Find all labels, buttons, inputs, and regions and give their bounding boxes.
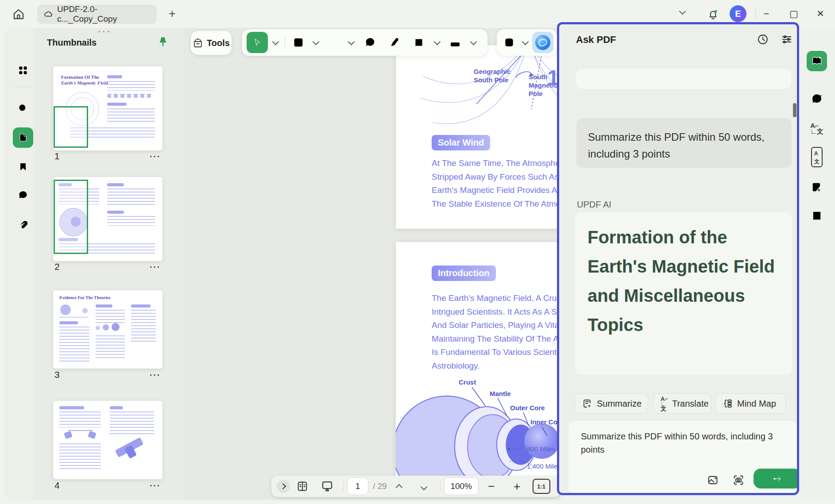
screenshot-button[interactable] (731, 472, 746, 488)
translate-chip[interactable]: A⌐∟文 Translate (653, 393, 711, 414)
rail-dictionary-button[interactable] (807, 206, 827, 226)
maximize-button[interactable]: ▢ (786, 6, 801, 21)
minimize-button[interactable]: − (759, 6, 774, 21)
page-layout-button[interactable] (290, 476, 315, 497)
highlighter-tool[interactable] (383, 32, 406, 53)
chat-input-field[interactable]: Summarize this PDF within 50 words, incl… (580, 429, 777, 462)
paperclip-icon (17, 219, 29, 231)
translate-icon: A⌐∟文 (661, 396, 668, 411)
thumbnail-page-4[interactable] (53, 401, 162, 479)
save-ai-toolbar (497, 29, 557, 56)
thumbnail-page-1[interactable]: Formation Of The Earth's Magnetic Field (53, 66, 162, 150)
bottom-toolbar: / 29 100% − + 1:1 (271, 476, 561, 497)
label-mantle: Mantle (490, 390, 511, 397)
previous-page-button[interactable] (387, 476, 412, 497)
cursor-icon (252, 37, 263, 48)
notifications-button[interactable] (705, 6, 721, 22)
send-button[interactable] (754, 469, 799, 489)
shape-tool-chevron[interactable] (431, 32, 443, 53)
translate-curve-icon: A⌐∟文 (810, 123, 823, 134)
annotation-toolbar (242, 29, 487, 56)
introduction-badge: Introduction (432, 265, 496, 281)
search-icon (17, 103, 29, 114)
heading-icon (292, 36, 305, 49)
viewport-rect-page1[interactable] (54, 106, 88, 148)
sidebar-item-apps[interactable] (13, 60, 33, 81)
chat-input-box[interactable]: Summarize this PDF within 50 words, incl… (568, 421, 797, 495)
thumb2-menu-button[interactable]: ··· (150, 262, 161, 272)
measure-tool-chevron[interactable] (468, 32, 479, 53)
new-tab-button[interactable]: + (165, 6, 180, 21)
thumb4-menu-button[interactable]: ··· (150, 481, 161, 491)
zoom-level-box[interactable]: 100% (444, 477, 479, 495)
bookmark-icon (18, 162, 28, 172)
comment-icon (17, 189, 29, 201)
home-button[interactable] (10, 5, 27, 23)
mind-map-chip[interactable]: Mind Map (715, 393, 786, 414)
rail-ai-chat-button[interactable] (807, 89, 827, 109)
thumb3-number: 3 (54, 369, 60, 380)
ai-response-card: Formation of the Earth's Magnetic Field … (575, 212, 792, 375)
thumb3-menu-button[interactable]: ··· (150, 370, 161, 380)
save-button[interactable] (500, 32, 518, 53)
page-icon (18, 132, 28, 143)
save-chevron[interactable] (520, 32, 530, 53)
save-icon (503, 37, 515, 48)
actual-size-button[interactable]: 1:1 (533, 479, 550, 494)
rail-ask-pdf-button[interactable] (807, 51, 827, 71)
shape-tool[interactable] (408, 32, 429, 53)
sidebar-item-search[interactable] (13, 98, 33, 119)
zoom-in-button[interactable]: + (504, 476, 530, 497)
sidebar-item-bookmarks[interactable] (13, 157, 33, 177)
document-tab[interactable]: UPDF-2.0-c..._Copy_Copy (37, 4, 157, 24)
tab-title: UPDF-2.0-c..._Copy_Copy (57, 4, 151, 24)
measure-tool[interactable] (445, 32, 466, 53)
window-menu-chevron[interactable] (680, 11, 685, 14)
ai-assistant-button[interactable] (532, 32, 553, 53)
tools-button[interactable]: Tools (191, 31, 232, 55)
chevron-right-icon (279, 483, 286, 489)
close-button[interactable]: ✕ (813, 6, 828, 21)
comment-tool[interactable] (359, 32, 382, 53)
page-number-input[interactable] (347, 477, 368, 495)
summarize-chip[interactable]: Summarize (575, 393, 648, 414)
summarize-icon (582, 398, 593, 409)
thumb1-menu-button[interactable]: ··· (150, 152, 161, 162)
ai-sender-name: UPDF AI (577, 200, 611, 210)
rail-translate-button[interactable]: A⌐∟文 (807, 118, 827, 139)
two-page-view-icon (296, 480, 309, 492)
viewport-rect-page2[interactable] (54, 180, 88, 254)
chat-settings-button[interactable] (779, 31, 795, 47)
panel-drag-handle[interactable]: ··· (98, 26, 112, 38)
thumbnail-page-2[interactable] (53, 177, 162, 261)
select-tool-chevron[interactable] (270, 32, 281, 53)
edit-heading-tool[interactable] (289, 32, 308, 53)
select-tool-button[interactable] (247, 32, 268, 53)
tools-label: Tools (207, 38, 230, 48)
sidebar-item-thumbnails[interactable] (13, 127, 33, 148)
thumb1-title-line2: Earth's Magnetic Field (61, 80, 108, 86)
user-avatar[interactable]: E (730, 5, 746, 22)
text-tool[interactable] (323, 32, 344, 53)
presentation-button[interactable] (315, 476, 340, 497)
edit-tool-chevron[interactable] (310, 32, 321, 53)
pin-panel-button[interactable] (156, 35, 170, 49)
rail-summarize-button[interactable] (807, 177, 827, 197)
rail-translate-page-button[interactable]: A文 (807, 147, 827, 167)
doc-sparkle-icon (811, 181, 823, 193)
attach-image-button[interactable] (705, 472, 721, 488)
chat-history-button[interactable] (755, 31, 771, 47)
sidebar-item-attachments[interactable] (13, 215, 33, 235)
collapse-toolbar-button[interactable] (277, 480, 290, 493)
sidebar-item-comments[interactable] (13, 185, 33, 205)
thumbnails-title: Thumbnails (47, 38, 97, 48)
thumbnail-page-3[interactable]: Evidence For The Theories (53, 290, 162, 369)
label-outer-core: Outer Core (510, 404, 545, 412)
next-page-button[interactable] (412, 476, 437, 497)
book-icon (811, 210, 823, 222)
zoom-out-button[interactable]: − (479, 476, 504, 497)
text-tool-chevron[interactable] (345, 32, 357, 53)
left-sidebar-rail (4, 28, 34, 500)
chat-scrollbar-thumb[interactable] (793, 103, 796, 117)
ai-response-title: Formation of the Earth's Magnetic Field … (588, 223, 780, 339)
